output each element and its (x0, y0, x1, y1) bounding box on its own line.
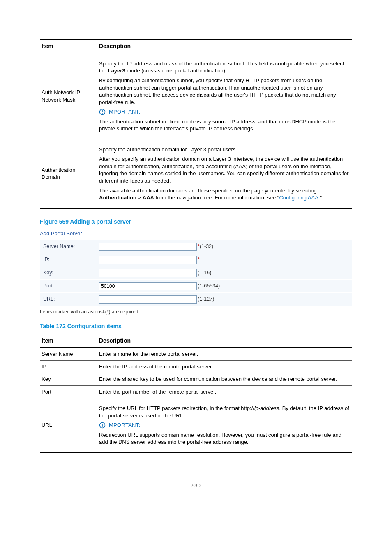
item-cell: URL (40, 398, 97, 453)
desc-cell: Enter a name for the remote portal serve… (97, 348, 352, 360)
ip-input[interactable] (99, 256, 197, 264)
form-row-port: Port: (1-65534) (40, 280, 352, 293)
table-row: IP Enter the IP address of the remote po… (40, 360, 352, 373)
form-row-server-name: Server Name: *(1-32) (40, 240, 352, 253)
desc-cell: Enter the shared key to be used for comm… (97, 373, 352, 386)
table-row: Auth Network IP Network Mask Specify the… (40, 53, 352, 139)
table-caption: Table 172 Configuration items (40, 322, 352, 330)
important-callout: IMPORTANT: (99, 108, 350, 116)
form-row-url: URL: (1-127) (40, 293, 352, 306)
important-label: IMPORTANT: (107, 422, 141, 429)
form-row-key: Key: (1-16) (40, 266, 352, 280)
table-row: Authentication Domain Specify the authen… (40, 139, 352, 208)
desc-paragraph: Redirection URL supports domain name res… (99, 431, 350, 446)
col-desc: Description (97, 334, 352, 348)
form-header: Add Portal Server (40, 229, 352, 240)
desc-paragraph: The available authentication domains are… (99, 187, 350, 202)
form-footnote: Items marked with an asterisk(*) are req… (40, 308, 352, 315)
important-callout: IMPORTANT: (99, 422, 350, 429)
col-desc: Description (97, 39, 352, 53)
server-name-label: Server Name: (40, 243, 99, 250)
key-label: Key: (40, 269, 99, 276)
item-cell: Server Name (40, 348, 97, 360)
config-table-2: Item Description Server Name Enter a nam… (40, 334, 352, 453)
required-star: * (198, 257, 200, 262)
port-input[interactable] (99, 282, 197, 290)
item-cell: Key (40, 373, 97, 386)
col-item: Item (40, 334, 97, 348)
item-cell: Auth Network IP Network Mask (40, 53, 97, 139)
desc-cell: Specify the IP address and mask of the a… (97, 53, 352, 139)
ip-label: IP: (40, 256, 99, 263)
config-table-1: Item Description Auth Network IP Network… (40, 39, 352, 209)
desc-paragraph: By configuring an authentication subnet,… (99, 77, 350, 106)
desc-cell: Specify the authentication domain for La… (97, 139, 352, 208)
table-row: Server Name Enter a name for the remote … (40, 348, 352, 360)
key-input[interactable] (99, 269, 197, 277)
url-input[interactable] (99, 295, 197, 304)
col-item: Item (40, 39, 97, 53)
desc-paragraph: Specify the URL for HTTP packets redirec… (99, 405, 350, 419)
item-cell: IP (40, 360, 97, 373)
desc-cell: Enter the port number of the remote port… (97, 385, 352, 398)
desc-paragraph: Specify the authentication domain for La… (99, 146, 350, 153)
item-cell: Authentication Domain (40, 139, 97, 208)
server-name-input[interactable] (99, 243, 197, 251)
page-number: 530 (40, 482, 352, 489)
table-row: URL Specify the URL for HTTP packets red… (40, 398, 352, 453)
svg-rect-4 (102, 424, 103, 426)
important-label: IMPORTANT: (107, 108, 141, 116)
desc-cell: Enter the IP address of the remote porta… (97, 360, 352, 373)
figure-caption: Figure 559 Adding a portal server (40, 218, 352, 226)
url-label: URL: (40, 296, 99, 303)
table-row: Key Enter the shared key to be used for … (40, 373, 352, 386)
svg-rect-1 (102, 110, 103, 112)
svg-rect-2 (102, 113, 103, 114)
important-icon (99, 109, 106, 115)
add-portal-server-form: Add Portal Server Server Name: *(1-32) I… (40, 229, 352, 306)
important-icon (99, 422, 106, 429)
table-row: Port Enter the port number of the remote… (40, 385, 352, 398)
item-cell: Port (40, 385, 97, 398)
desc-paragraph: After you specify an authentication doma… (99, 155, 350, 184)
port-label: Port: (40, 283, 99, 290)
form-row-ip: IP: * (40, 253, 352, 266)
svg-rect-5 (102, 426, 103, 427)
desc-paragraph: The authentication subnet in direct mode… (99, 118, 350, 132)
configuring-aaa-link[interactable]: Configuring AAA (279, 195, 318, 201)
desc-cell: Specify the URL for HTTP packets redirec… (97, 398, 352, 453)
desc-paragraph: Specify the IP address and mask of the a… (99, 60, 350, 74)
